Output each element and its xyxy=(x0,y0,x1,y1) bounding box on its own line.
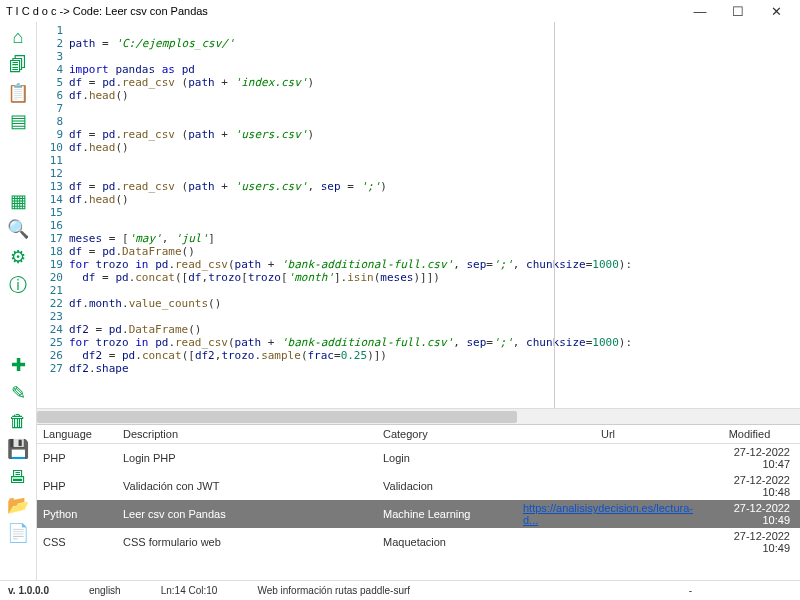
close-button[interactable]: ✕ xyxy=(764,2,788,20)
print-icon[interactable]: 🖶 xyxy=(5,464,31,490)
export-icon[interactable]: 📄 xyxy=(5,520,31,546)
col-category[interactable]: Category xyxy=(377,425,517,444)
table-row[interactable]: PHPLogin PHPLogin27-12-2022 10:47 xyxy=(37,444,800,473)
line-gutter: 1234567891011121314151617181920212223242… xyxy=(37,22,69,408)
search-icon[interactable]: 🔍 xyxy=(5,216,31,242)
status-dash: - xyxy=(689,585,692,596)
status-cursor-pos: Ln:14 Col:10 xyxy=(161,585,218,596)
status-language: english xyxy=(89,585,121,596)
horizontal-scrollbar[interactable] xyxy=(37,408,800,424)
snippets-table: Language Description Category Url Modifi… xyxy=(37,424,800,580)
clipboard-icon[interactable]: 📋 xyxy=(5,80,31,106)
minimize-button[interactable]: — xyxy=(688,2,712,20)
statusbar: v. 1.0.0.0 english Ln:14 Col:10 Web info… xyxy=(0,580,800,600)
ruler-line xyxy=(554,22,555,408)
window-title: T I C d o c -> Code: Leer csv con Pandas xyxy=(6,5,208,17)
info-icon[interactable]: ⓘ xyxy=(5,272,31,298)
titlebar: T I C d o c -> Code: Leer csv con Pandas… xyxy=(0,0,800,22)
status-version: v. 1.0.0.0 xyxy=(8,585,49,596)
table-row[interactable]: CSSCSS formulario webMaquetacion27-12-20… xyxy=(37,528,800,556)
open-icon[interactable]: 📂 xyxy=(5,492,31,518)
code-editor[interactable]: 1234567891011121314151617181920212223242… xyxy=(37,22,800,408)
scrollbar-thumb[interactable] xyxy=(37,411,517,423)
save-icon[interactable]: 💾 xyxy=(5,436,31,462)
col-description[interactable]: Description xyxy=(117,425,377,444)
col-language[interactable]: Language xyxy=(37,425,117,444)
col-url[interactable]: Url xyxy=(517,425,699,444)
table-row[interactable]: PythonLeer csv con PandasMachine Learnin… xyxy=(37,500,800,528)
gear-icon[interactable]: ⚙ xyxy=(5,244,31,270)
grid-icon[interactable]: ▦ xyxy=(5,188,31,214)
trash-icon[interactable]: 🗑 xyxy=(5,408,31,434)
code-area[interactable]: path = 'C:/ejemplos_csv/' import pandas … xyxy=(69,22,800,408)
col-modified[interactable]: Modified xyxy=(699,425,800,444)
note-icon[interactable]: ▤ xyxy=(5,108,31,134)
edit-icon[interactable]: ✎ xyxy=(5,380,31,406)
files-icon[interactable]: 🗐 xyxy=(5,52,31,78)
status-info: Web información rutas paddle-surf xyxy=(257,585,410,596)
home-icon[interactable]: ⌂ xyxy=(5,24,31,50)
sidebar: ⌂🗐📋▤▦🔍⚙ⓘ✚✎🗑💾🖶📂📄 xyxy=(0,22,36,580)
table-row[interactable]: PHPValidación con JWTValidacion27-12-202… xyxy=(37,472,800,500)
maximize-button[interactable]: ☐ xyxy=(726,2,750,20)
add-icon[interactable]: ✚ xyxy=(5,352,31,378)
